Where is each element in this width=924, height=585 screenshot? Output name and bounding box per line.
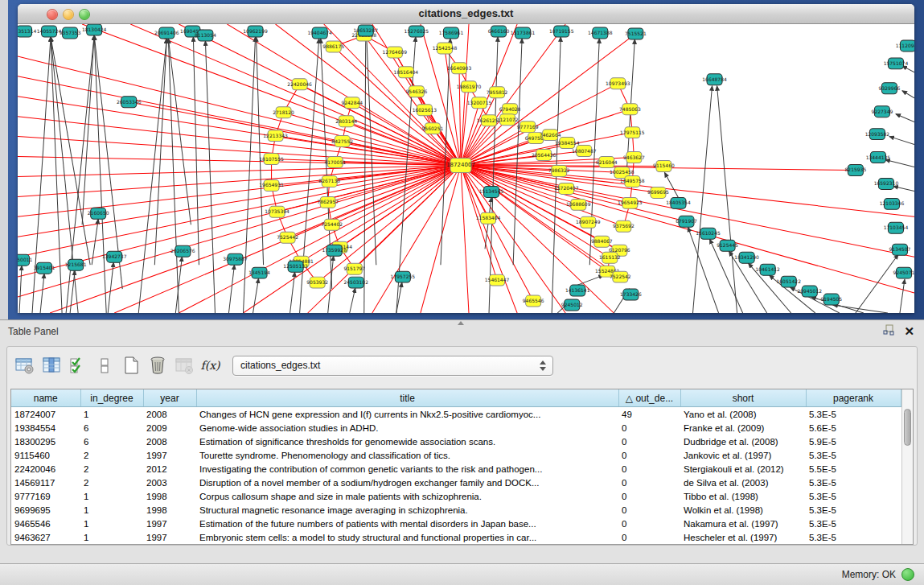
graph-node[interactable]: 9115460 [653,161,675,172]
graph-node[interactable]: 7485063 [619,104,641,115]
graph-node[interactable]: 16051422 [776,276,801,287]
graph-node[interactable]: 9463627 [623,152,645,163]
table-cell[interactable]: 0 [618,421,680,435]
graph-node[interactable]: 19654931 [259,179,284,191]
network-view[interactable]: 1872400792428442803144842755241700518267… [18,24,914,313]
graph-node[interactable]: 20351314 [18,26,36,37]
graph-node[interactable]: 9886175 [322,41,344,52]
graph-node[interactable]: 18907249 [576,216,601,228]
table-cell[interactable]: 18300295 [11,435,80,448]
graph-node[interactable]: 12213343 [263,130,288,142]
graph-node[interactable]: 19861970 [457,81,482,93]
table-cell[interactable]: de Silva et al. (2003) [680,476,806,489]
table-row[interactable]: 2242004622012Investigating the contribut… [11,462,901,476]
graph-node[interactable]: 8215935 [845,165,867,176]
table-cell[interactable]: 1998 [143,489,196,503]
scrollbar-thumb[interactable] [904,409,912,446]
table-cell[interactable]: 2003 [143,476,196,489]
table-cell[interactable]: 2009 [143,421,196,435]
table-cell[interactable]: 9115460 [11,448,80,462]
table-cell[interactable]: Investigating the contribution of common… [196,462,618,476]
table-cell[interactable]: 0 [618,503,680,517]
graph-node[interactable]: 9699695 [647,187,669,198]
graph-node[interactable]: 10735394 [265,206,290,217]
graph-node[interactable]: 12542548 [433,43,458,54]
graph-node[interactable]: 13942737 [102,251,127,262]
graph-node[interactable]: 14671388 [588,27,613,39]
graph-node[interactable]: 20945012 [797,286,822,297]
column-header[interactable]: name [11,389,80,407]
table-row[interactable]: 1872400712008Changes of HCN gene express… [11,407,901,422]
clear-selection-icon[interactable] [93,355,115,377]
table-cell[interactable]: 1997 [143,448,196,462]
graph-node[interactable]: 16640903 [447,63,472,74]
graph-node[interactable]: 9329966 [879,83,901,94]
float-window-icon[interactable] [883,324,894,339]
table-cell[interactable]: Embryonic stem cells: a model to study s… [196,530,618,544]
table-cell[interactable]: Tourette syndrome. Phenomenology and cla… [196,448,618,462]
graph-node[interactable]: 7515521 [625,28,647,39]
close-panel-icon[interactable]: ✕ [904,323,914,340]
table-cell[interactable]: Corpus callosum shape and size in male p… [196,489,618,503]
graph-node[interactable]: 19654923 [618,197,643,208]
table-cell[interactable]: Changes of HCN gene expression and I(f) … [196,407,618,422]
table-vertical-scrollbar[interactable] [901,389,914,544]
table-cell[interactable]: 1 [80,407,143,422]
graph-node[interactable]: 1350011 [18,254,33,266]
table-cell[interactable]: 5.3E-5 [806,448,901,462]
graph-node[interactable]: 2160650 [88,208,109,219]
graph-node[interactable]: 9357353 [60,27,81,39]
graph-node[interactable]: 6216044 [596,157,618,168]
graph-node[interactable]: 18107555 [259,154,284,165]
table-cell[interactable]: Nakamura et al. (1997) [680,517,806,530]
table-cell[interactable]: Stergiakouli et al. (2012) [680,462,806,476]
column-header[interactable]: △ out_de... [618,389,680,407]
table-cell[interactable]: Disruption of a novel member of a sodium… [196,476,618,489]
table-cell[interactable]: Estimation of significance thresholds fo… [196,435,618,448]
graph-node[interactable]: 7525442 [277,232,298,243]
graph-node[interactable]: 1615132 [599,252,621,263]
table-cell[interactable]: 9463627 [11,530,80,544]
graph-node[interactable]: 16648784 [702,74,727,85]
graph-node[interactable]: 7522542 [610,271,631,282]
table-cell[interactable]: 14569117 [11,476,80,489]
column-header[interactable]: title [196,389,618,407]
graph-node[interactable]: 9242844 [341,97,363,109]
table-row[interactable]: 1830029562008Estimation of significance … [11,435,901,448]
graph-node[interactable]: 12505133 [283,261,308,272]
graph-node[interactable]: 20691406 [154,27,179,39]
table-cell[interactable]: Wolkin et al. (1998) [680,503,806,517]
zoom-traffic-light-button[interactable] [79,9,90,20]
table-cell[interactable]: 5.5E-5 [806,462,901,476]
delete-columns-icon[interactable] [146,355,168,377]
graph-node[interactable]: 9777169 [517,122,539,133]
table-cell[interactable]: 6 [80,421,143,435]
table-cell[interactable]: 9699695 [11,503,80,517]
table-cell[interactable]: 1997 [143,517,196,530]
graph-node[interactable]: 6466160 [488,26,510,37]
network-canvas[interactable]: 1872400792428442803144842755241700518267… [18,24,914,313]
graph-node[interactable]: 7862957 [317,196,339,208]
table-cell[interactable]: 1 [80,489,143,503]
graph-node[interactable]: 18130424 [82,24,107,35]
column-header[interactable]: pagerank [806,389,901,407]
graph-node[interactable]: 10973493 [606,78,630,89]
graph-node[interactable]: 1733426 [620,289,642,300]
graph-node[interactable]: 13200715 [467,97,492,109]
graph-node[interactable]: 9245012 [561,299,583,311]
select-all-icon[interactable] [67,355,88,377]
graph-node[interactable]: 17103454 [884,222,909,233]
graph-node[interactable]: 10461412 [755,264,780,275]
table-cell[interactable]: 5.3E-5 [806,489,901,503]
graph-node[interactable]: 17957255 [391,271,416,282]
table-cell[interactable]: Franke et al. (2009) [680,421,806,435]
graph-node[interactable]: 8427552 [331,136,353,147]
table-cell[interactable]: 5.3E-5 [806,476,901,489]
graph-node[interactable]: 9546326 [406,86,428,97]
graph-node[interactable]: 12103346 [880,198,905,209]
table-cell[interactable]: 5.3E-5 [806,530,901,544]
graph-node[interactable]: 10719155 [549,26,574,37]
table-cell[interactable]: 1997 [143,530,196,544]
column-header[interactable]: year [143,389,196,407]
table-cell[interactable]: 5.9E-5 [806,435,901,448]
